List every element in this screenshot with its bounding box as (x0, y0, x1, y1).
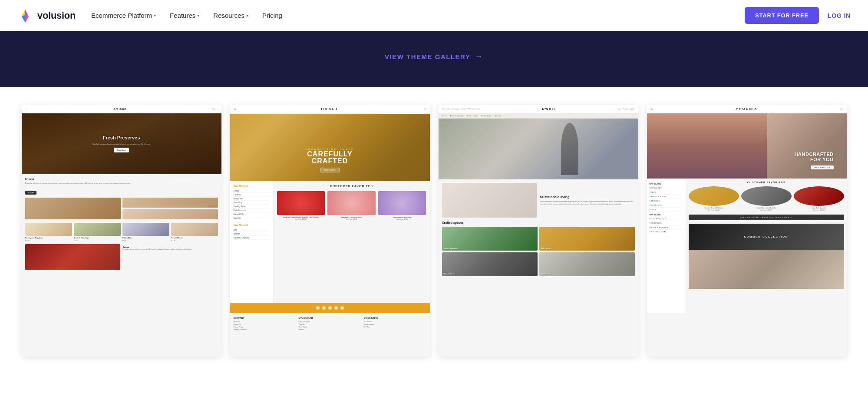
craft-product-image-1 (277, 191, 325, 215)
dwell-nav-item[interactable]: Specials (495, 115, 501, 117)
phoenix-product-1: Textured Beaded Necklace Our Price: $34.… (689, 186, 739, 211)
dwell-nav-item[interactable]: Home (442, 115, 447, 117)
phoenix-sidebar-item[interactable]: Rings (650, 190, 683, 195)
craft-product-price-2: Our Price: $9.49 (327, 218, 376, 220)
craft-menu-section-2: Nav Menu 2 Men Women Natural & Organic (234, 224, 270, 240)
craft-product-1: Rose and Pomegranate Scented Pillar Cand… (277, 191, 325, 220)
dwell-nav: Beautech / Homepage / Category / Product… (439, 105, 638, 113)
craft-main-content: CUSTOMER FAVORITES Rose and Pomegranate … (274, 181, 430, 303)
craft-menu-item[interactable]: Candles (234, 193, 270, 197)
theme-card-craft[interactable]: 🔍 CRAFT 🛒 ORGANIC & HANDMADE CAREFULLYCR… (230, 105, 430, 357)
craft-product-image-3 (378, 191, 426, 215)
dwell-space-image-1[interactable]: Jungle Bungalow → (442, 227, 538, 251)
craft-hero-btn[interactable]: SHOP SOAPS (320, 168, 339, 172)
theme-card-phoenix[interactable]: 🔍 PHOENIX 🛒 HANDCRAFTEDFOR YOU SHOP BRAC… (647, 105, 847, 357)
phoenix-sidebar-item-bracelets[interactable]: Bracelets (650, 203, 683, 208)
craft-footer-account-link[interactable]: Wishlist (299, 328, 361, 331)
phoenix-sidebar-section-2: Nav Menu 2 (650, 212, 683, 217)
craft-footer-quick-link[interactable]: Site Map (364, 326, 426, 328)
artisan-logo: artisan (113, 107, 126, 110)
craft-menu-section-1: Nav Menu 1 Soaps Candles Body Care Hair … (234, 185, 270, 220)
dwell-nav-item[interactable]: Anniversary Page (450, 115, 464, 117)
artisan-side-feature-images (122, 198, 218, 219)
artisan-jams: Jams Packed in their purest (preserves a… (25, 244, 218, 270)
view-theme-gallery-link[interactable]: VIEW THEME GALLERY → (385, 52, 483, 61)
dwell-nav-item[interactable]: Product Page (467, 115, 478, 117)
craft-menu-item[interactable]: Natural Gifts (234, 212, 270, 216)
header-left: volusion Ecommerce Platform ▾ Features ▾… (17, 8, 282, 23)
twitter-icon[interactable] (322, 306, 326, 310)
theme-card-dwell[interactable]: Beautech / Homepage / Category / Product… (439, 105, 638, 357)
nav-item-resources[interactable]: Resources ▾ (213, 12, 248, 19)
dwell-space-image-4[interactable]: Ultramodern → (539, 252, 635, 276)
nav-item-ecommerce-platform[interactable]: Ecommerce Platform ▾ (91, 12, 156, 19)
chevron-down-icon: ▾ (246, 13, 248, 18)
craft-menu-item[interactable]: Body Care (234, 197, 270, 201)
craft-menu-item[interactable]: Hair & Lip (234, 201, 270, 205)
craft-menu-item[interactable]: Men (234, 228, 270, 232)
craft-menu-item[interactable]: Bath Products (234, 208, 270, 212)
nav-item-pricing[interactable]: Pricing (262, 12, 282, 19)
craft-footer-company-link[interactable]: Shipping & Returns (234, 328, 296, 331)
phoenix-sidebar-item[interactable]: Turquoise (650, 221, 683, 225)
artisan-cheese-4: French Cheese $21.49 (171, 223, 218, 241)
phoenix-hero-btn[interactable]: SHOP BRACELETS (811, 165, 833, 169)
chevron-down-icon: ▾ (197, 13, 199, 18)
craft-menu-item[interactable]: Women (234, 232, 270, 236)
main-nav: Ecommerce Platform ▾ Features ▾ Resource… (91, 12, 282, 19)
phoenix-product-image-2 (741, 186, 792, 206)
artisan-hero-btn[interactable]: Shop Now (114, 148, 129, 152)
dwell-sustain-body: Lorem ipsum dolor sit amet, consectetur … (540, 201, 635, 205)
phoenix-sidebar-item[interactable]: Rings (650, 208, 683, 212)
craft-sidebar: Nav Menu 1 Soaps Candles Body Care Hair … (230, 181, 274, 303)
phoenix-sidebar-item[interactable]: Twisted Coral (650, 230, 683, 234)
craft-hero-text: ORGANIC & HANDMADE CAREFULLYCRAFTED SHOP… (305, 148, 354, 172)
dwell-space-image-3[interactable]: Brick & Stone → (442, 252, 538, 276)
craft-nav: 🔍 CRAFT 🛒 (230, 105, 430, 114)
phoenix-product-price-2: Our Price: $42.99 (741, 209, 792, 211)
artisan-cheese-image-3 (122, 223, 169, 236)
artisan-nav: ☰ artisan 🔍 ☰ (22, 105, 221, 113)
craft-footer-account: MY ACCOUNT Login or Register View Cart O… (299, 317, 361, 331)
artisan-jam-main-image (25, 244, 120, 270)
nav-item-features[interactable]: Features ▾ (170, 12, 199, 19)
dwell-space-label-4: Ultramodern → (541, 273, 554, 275)
artisan-cheese-image-1 (25, 223, 72, 236)
artisan-jam-desc: Packed in their purest (preserves are fu… (123, 248, 218, 251)
craft-product-image-2 (327, 191, 376, 215)
artisan-side-image-2 (122, 209, 218, 219)
artisan-cheeses-grid: Parmigiano-Reggiano $22.49 Spanish Manch… (25, 223, 218, 241)
artisan-shop-all-btn[interactable]: Shop All (25, 191, 37, 195)
craft-hero-title: CAREFULLYCRAFTED (305, 151, 354, 165)
start-for-free-button[interactable]: START FOR FREE (745, 7, 819, 24)
phoenix-body: Nav Menu 1 Necklaces Rings Bangles & Bit… (647, 179, 847, 313)
phoenix-search-icon[interactable]: 🔍 (650, 108, 653, 110)
theme-card-artisan[interactable]: ☰ artisan 🔍 ☰ Fresh Preserves Carefully … (22, 105, 221, 357)
craft-menu-item[interactable]: Soaps (234, 189, 270, 193)
dwell-nav-item[interactable]: Design Page (481, 115, 491, 117)
phoenix-cart-icon[interactable]: 🛒 (840, 108, 843, 110)
login-button[interactable]: LOG IN (828, 12, 851, 19)
phoenix-mockup: 🔍 PHOENIX 🛒 HANDCRAFTEDFOR YOU SHOP BRAC… (647, 105, 847, 357)
phoenix-sidebar-item[interactable]: Necklaces (650, 186, 683, 190)
artisan-hero-subtitle: Carefully harvested and preserved at hom… (92, 143, 150, 146)
dwell-sustainable-section: Sustainable living. Lorem ipsum dolor si… (439, 179, 638, 221)
craft-menu-item[interactable]: Natural & Organic (234, 236, 270, 240)
craft-footer-quicklinks: QUICK LINKS All Products Category Index … (364, 317, 426, 331)
facebook-icon[interactable] (316, 306, 320, 310)
craft-menu-item[interactable]: Spa Kits (234, 216, 270, 220)
phoenix-sidebar-item[interactable]: Bangles & Bits (650, 195, 683, 199)
craft-footer-company-title: COMPANY (234, 317, 296, 319)
phoenix-sidebar-item[interactable]: Road Boutique (650, 217, 683, 221)
rss-icon[interactable] (340, 306, 344, 310)
instagram-icon[interactable] (328, 306, 332, 310)
craft-menu1-title: Nav Menu 1 (234, 185, 270, 187)
craft-menu-item[interactable]: Healing Salves (234, 205, 270, 208)
pinterest-icon[interactable] (334, 306, 338, 310)
dwell-space-image-2[interactable]: Boho Marino → (539, 227, 635, 251)
phoenix-sidebar-item[interactable]: Amber Earrings (650, 225, 683, 230)
artisan-jam-image (25, 244, 120, 270)
dwell-crafted-section: Crafted spaces Jungle Bungalow → Boho Ma… (439, 221, 638, 280)
phoenix-sidebar-item[interactable]: Earrings (650, 199, 683, 203)
logo-link[interactable]: volusion (17, 8, 76, 23)
